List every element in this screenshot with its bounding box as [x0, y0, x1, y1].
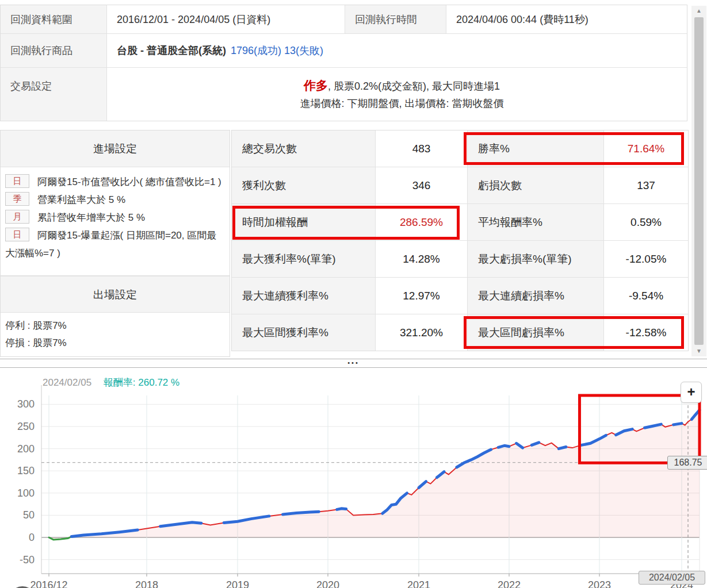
exit-conditions-list: 停利 : 股票7% 停損 : 股票7% [1, 313, 230, 356]
svg-text:0: 0 [29, 532, 35, 543]
stat-value-time-weighted-return: 286.59% [376, 204, 467, 240]
scroll-down-icon[interactable]: ▼ [691, 346, 706, 356]
equity-curve-chart[interactable]: -500501001502002503002016/12201820192020… [0, 368, 707, 588]
chart-legend: 2024/02/05 報酬率: 260.72 % [43, 376, 179, 389]
vertical-scrollbar[interactable]: ▲ ▼ [691, 6, 706, 356]
info-row-trade-settings: 交易設定 作多, 股票0.2%(成交金額), 最大同時進場1 進場價格: 下期開… [1, 68, 687, 121]
stat-value: 0.59% [604, 204, 688, 240]
svg-text:2021: 2021 [407, 579, 430, 588]
condition-text: 累計營收年增率大於 5 % [37, 212, 145, 223]
stat-label: 最大連續虧損率% [468, 278, 603, 314]
svg-text:200: 200 [17, 443, 35, 455]
backtest-info-table: 回測資料範圍 2016/12/01 - 2024/04/05 (日資料) 回測執… [0, 5, 687, 121]
svg-text:2016/12: 2016/12 [30, 579, 67, 588]
freq-badge-monthly: 月 [5, 210, 29, 224]
info-row-range-time: 回測資料範圍 2016/12/01 - 2024/04/05 (日資料) 回測執… [1, 5, 687, 34]
freq-badge-daily: 日 [5, 228, 29, 241]
exit-settings-header: 出場設定 [1, 276, 230, 313]
range-label: 回測資料範圍 [1, 5, 107, 33]
stat-label: 最大獲利率%(單筆) [232, 241, 375, 277]
svg-text:2022: 2022 [498, 579, 521, 588]
trade-settings-line1: 作多, 股票0.2%(成交金額), 最大同時進場1 [304, 77, 500, 95]
stat-value: 14.28% [376, 241, 467, 277]
condition-text: 阿爾發15-市值營收比小( 總市值營收比=1 ) [37, 176, 221, 187]
product-value: 台股 - 普通股全部(系統) 1796(成功) 13(失敗) [107, 34, 687, 67]
entry-condition: 季營業利益率大於 5 % [5, 191, 225, 209]
exit-condition-stop-loss: 停損 : 股票7% [5, 335, 225, 352]
stats-table: 總交易次數 483 勝率% 71.64% 獲利次數 346 虧損次數 137 時… [231, 130, 689, 357]
stat-value: -12.05% [604, 241, 688, 277]
svg-text:-50: -50 [20, 554, 35, 566]
entry-condition: 日阿爾發15-爆量起漲( 日期區間=20, 區間最大漲幅%=7 ) [5, 226, 225, 262]
stat-value: 137 [604, 167, 688, 203]
svg-text:250: 250 [17, 421, 35, 432]
stat-label: 獲利次數 [232, 167, 375, 203]
svg-text:2020: 2020 [316, 579, 339, 588]
product-result-link[interactable]: 1796(成功) 13(失敗) [231, 44, 323, 57]
trade-settings-rest: , 股票0.2%(成交金額), 最大同時進場1 [328, 80, 500, 92]
info-row-product: 回測執行商品 台股 - 普通股全部(系統) 1796(成功) 13(失敗) [1, 34, 687, 68]
stat-label: 最大區間虧損率% [468, 314, 603, 351]
chart-canvas[interactable]: -500501001502002503002016/12201820192020… [0, 368, 707, 588]
svg-text:100: 100 [17, 487, 35, 499]
strategy-settings-panel: 進場設定 日阿爾發15-市值營收比小( 總市值營收比=1 ) 季營業利益率大於 … [0, 130, 230, 357]
scroll-up-icon[interactable]: ▲ [691, 6, 706, 16]
exit-condition-take-profit: 停利 : 股票7% [5, 317, 225, 335]
exec-time-value: 2024/04/06 00:44 (費時11秒) [446, 5, 687, 33]
legend-return-label: 報酬率: [104, 377, 136, 388]
trade-settings-value: 作多, 股票0.2%(成交金額), 最大同時進場1 進場價格: 下期開盤價, 出… [107, 68, 687, 121]
stat-value-max-interval-drawdown: -12.58% [604, 314, 688, 351]
svg-text:150: 150 [17, 465, 35, 476]
condition-text: 阿爾發15-爆量起漲( 日期區間=20, 區間最大漲幅%=7 ) [5, 230, 216, 259]
legend-return: 報酬率: 260.72 % [104, 377, 179, 388]
stat-value: 483 [376, 130, 467, 167]
svg-text:2023: 2023 [588, 579, 611, 588]
legend-date: 2024/02/05 [43, 377, 91, 388]
exec-time-label: 回測執行時間 [345, 5, 446, 33]
panel-resize-handle[interactable]: ••• [0, 359, 707, 368]
product-name: 台股 - 普通股全部(系統) [117, 44, 226, 57]
stat-label: 最大區間獲利率% [232, 314, 375, 351]
stat-value: 346 [376, 167, 467, 203]
entry-settings-header: 進場設定 [1, 130, 230, 167]
svg-text:300: 300 [17, 398, 35, 410]
stat-label: 虧損次數 [468, 167, 603, 203]
freq-badge-daily: 日 [5, 174, 29, 188]
range-value: 2016/12/01 - 2024/04/05 (日資料) [107, 5, 345, 33]
entry-condition: 日阿爾發15-市值營收比小( 總市值營收比=1 ) [5, 173, 225, 191]
stat-label: 最大連續獲利率% [232, 278, 375, 314]
trade-settings-line2: 進場價格: 下期開盤價, 出場價格: 當期收盤價 [300, 95, 503, 112]
entry-condition: 月累計營收年增率大於 5 % [5, 209, 225, 226]
crosshair-date-label: 2024/02/05 [639, 571, 705, 585]
product-label: 回測執行商品 [1, 34, 107, 67]
condition-text: 營業利益率大於 5 % [37, 194, 125, 205]
stat-value-win-rate: 71.64% [604, 130, 688, 167]
stat-value: 321.20% [376, 314, 467, 351]
svg-text:2018: 2018 [135, 579, 158, 588]
scrollbar-thumb[interactable] [694, 17, 704, 345]
backtest-results-panel: 回測資料範圍 2016/12/01 - 2024/04/05 (日資料) 回測執… [0, 5, 707, 358]
svg-text:50: 50 [23, 509, 35, 521]
stat-label: 勝率% [468, 130, 603, 167]
trade-direction: 作多 [304, 79, 328, 92]
trade-settings-label: 交易設定 [1, 68, 107, 121]
stat-label: 最大虧損率%(單筆) [468, 241, 603, 277]
legend-return-value: 260.72 % [138, 377, 179, 388]
stat-label: 時間加權報酬 [232, 204, 375, 240]
svg-text:2019: 2019 [226, 579, 249, 588]
stat-value: 12.97% [376, 278, 467, 314]
hline-value-label: 168.75 [667, 456, 707, 470]
entry-conditions-list: 日阿爾發15-市值營收比小( 總市值營收比=1 ) 季營業利益率大於 5 % 月… [1, 167, 230, 276]
stat-label: 平均報酬率% [468, 204, 603, 240]
stat-value: -9.54% [604, 278, 688, 314]
chart-zoom-button[interactable]: + [681, 382, 702, 403]
freq-badge-quarterly: 季 [5, 192, 29, 206]
stat-label: 總交易次數 [232, 130, 375, 167]
